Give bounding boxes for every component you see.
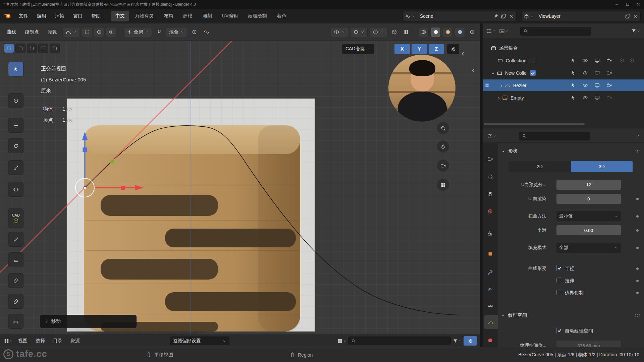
move-gizmo[interactable] — [75, 132, 144, 197]
gizmo-dropdown[interactable] — [350, 27, 368, 37]
tab-modifiers[interactable] — [483, 265, 498, 279]
tool-curve-pen[interactable] — [8, 294, 23, 309]
auto-texture-checkbox[interactable] — [556, 327, 557, 334]
fill-mode-dropdown[interactable]: 全部 — [556, 243, 621, 253]
keyframe-dot[interactable] — [636, 198, 639, 200]
display-size-icon[interactable] — [337, 336, 347, 346]
asset-settings-gear-icon[interactable] — [464, 336, 477, 346]
asset-menu-catalog[interactable]: 目录 — [50, 337, 66, 345]
keyframe-dot[interactable] — [636, 247, 639, 249]
viewport-disable-icon[interactable] — [594, 95, 600, 101]
overlays-dropdown[interactable] — [370, 27, 387, 37]
keyframe-dot[interactable] — [636, 229, 639, 232]
menu-control-points[interactable]: 控制点 — [21, 27, 42, 37]
workspace-tab-uv-editing[interactable]: UV编辑 — [218, 11, 242, 21]
shading-rendered-icon[interactable] — [455, 27, 465, 37]
outliner-scrollbar[interactable] — [484, 123, 585, 125]
outliner-row-bezier[interactable]: Bezier — [483, 79, 644, 91]
proportional-falloff-dropdown[interactable]: 混合 — [166, 27, 187, 37]
scene-name[interactable]: Scene — [417, 13, 491, 19]
new-scene-icon[interactable] — [501, 13, 506, 19]
menu-help[interactable]: 帮助 — [87, 11, 105, 21]
axis-y-button[interactable]: Y — [412, 44, 427, 54]
tab-physics[interactable] — [483, 282, 498, 296]
twist-method-dropdown[interactable]: 最小值 — [556, 211, 621, 221]
menu-render[interactable]: 渲染 — [51, 11, 68, 21]
tool-measure[interactable] — [8, 252, 23, 267]
collection-checkbox[interactable] — [530, 58, 535, 63]
viewport-disable-icon[interactable] — [594, 82, 600, 88]
maximize-button[interactable] — [625, 2, 630, 7]
workspace-tab-wanwuyouling[interactable]: 万物有灵 — [130, 11, 158, 21]
tool-move[interactable] — [8, 118, 23, 133]
view-layer-browse-icon[interactable] — [524, 13, 534, 19]
keyframe-dot[interactable] — [636, 292, 639, 294]
tool-transform[interactable] — [8, 182, 23, 197]
menu-curve[interactable]: 曲线 — [3, 27, 19, 37]
workspace-tab-texture-paint[interactable]: 纹理绘制 — [244, 11, 271, 21]
render-disable-icon[interactable] — [606, 95, 612, 101]
tab-output[interactable] — [483, 170, 498, 184]
menu-file[interactable]: 文件 — [15, 11, 32, 21]
zoom-gadget-icon[interactable] — [437, 122, 449, 134]
edit-option-icon-2[interactable] — [94, 27, 104, 37]
menu-edit[interactable]: 编辑 — [33, 11, 50, 21]
blender-logo-icon[interactable] — [3, 11, 12, 21]
minimize-button[interactable] — [614, 2, 619, 7]
tab-world[interactable] — [483, 204, 498, 218]
menu-segments[interactable]: 段数 — [44, 27, 60, 37]
unlink-scene-icon[interactable] — [508, 13, 514, 19]
tab-scene[interactable] — [483, 226, 498, 240]
preview-u-field[interactable]: 12 — [556, 180, 621, 190]
outliner-row-collection[interactable]: Collection — [483, 55, 644, 66]
axis-z-button[interactable]: Z — [429, 44, 444, 54]
workspace-tab-modeling[interactable]: 建模 — [179, 11, 197, 21]
cad-transform-dropdown[interactable]: CAD变换 — [342, 44, 374, 54]
tab-object[interactable] — [483, 247, 498, 261]
texture-space-section-header[interactable]: 纹理空间 — [501, 312, 640, 318]
axis-x-button[interactable]: X — [394, 44, 410, 54]
viewport-disable-icon[interactable] — [594, 58, 600, 63]
region-overlap-icon[interactable] — [401, 27, 411, 37]
import-method-dropdown[interactable]: 遵循偏好设置 — [170, 337, 229, 345]
workspace-tab-sculpt[interactable]: 雕刻 — [198, 11, 216, 21]
render-disable-icon[interactable] — [606, 70, 612, 76]
properties-editor-type-icon[interactable] — [487, 131, 497, 141]
panel-toggle-icon[interactable] — [470, 68, 476, 73]
outliner-search-input[interactable] — [520, 27, 591, 36]
new-view-layer-icon[interactable] — [625, 13, 631, 19]
tab-view-layer[interactable] — [483, 187, 498, 201]
outliner-row-empty[interactable]: Empty — [483, 92, 644, 104]
stretch-checkbox[interactable] — [556, 278, 562, 283]
shading-material-icon[interactable] — [443, 27, 453, 37]
tab-material[interactable] — [483, 333, 498, 347]
tool-settings-gear-icon[interactable] — [447, 44, 459, 54]
hide-eye-icon[interactable] — [582, 70, 588, 76]
keyframe-dot[interactable] — [636, 267, 639, 270]
asset-filter-icon[interactable] — [452, 336, 462, 346]
visibility-dropdown[interactable] — [331, 27, 348, 37]
selectable-icon[interactable] — [570, 82, 576, 88]
radius-checkbox[interactable] — [556, 265, 557, 271]
editor-divider[interactable] — [480, 23, 483, 347]
tool-cad-transform[interactable]: CAD — [8, 208, 23, 228]
selectable-icon[interactable] — [570, 58, 576, 63]
tab-object-data[interactable] — [484, 315, 498, 329]
selectable-icon[interactable] — [570, 70, 576, 76]
select-mode-invert-icon[interactable] — [38, 44, 48, 53]
tool-tweak-select[interactable] — [8, 62, 23, 76]
xray-toggle-icon[interactable] — [389, 27, 399, 37]
holdout-icon[interactable] — [619, 58, 625, 63]
curve-handle-dropdown[interactable] — [62, 27, 80, 37]
outliner-display-mode-icon[interactable] — [499, 26, 509, 36]
scene-selector[interactable]: Scene — [402, 11, 517, 21]
remove-view-layer-icon[interactable] — [633, 13, 638, 19]
workspace-tab-layout[interactable]: 布局 — [159, 11, 177, 21]
outliner-row-new-collection[interactable]: New Colle — [483, 67, 644, 79]
falloff-wave-icon[interactable] — [201, 27, 211, 37]
edit-option-icon-1[interactable] — [82, 27, 92, 37]
asset-menu-view[interactable]: 视图 — [15, 337, 31, 345]
select-mode-intersect-icon[interactable] — [50, 44, 60, 53]
tab-render[interactable] — [483, 152, 498, 166]
render-disable-icon[interactable] — [606, 82, 612, 88]
